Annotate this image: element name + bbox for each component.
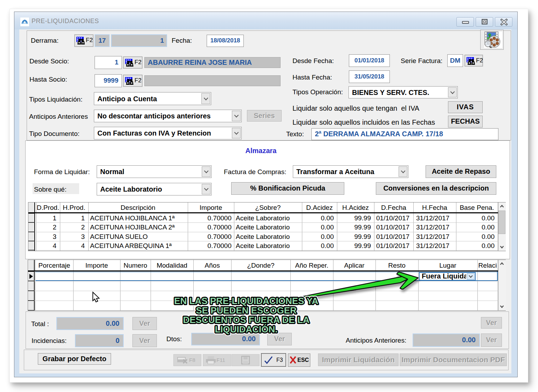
svg-text:LIQUIDACIÓN.: LIQUIDACIÓN. bbox=[215, 324, 277, 335]
svg-text:F11: F11 bbox=[216, 357, 225, 363]
svg-text:DESCUENTOS FUERA DE LA: DESCUENTOS FUERA DE LA bbox=[183, 315, 309, 325]
svg-text:SE PUEDEN ESCOGER: SE PUEDEN ESCOGER bbox=[196, 305, 297, 316]
svg-text:F2: F2 bbox=[134, 59, 142, 66]
svg-text:F8: F8 bbox=[189, 357, 195, 363]
svg-text:F2: F2 bbox=[476, 57, 483, 64]
svg-text:F2: F2 bbox=[134, 77, 142, 84]
svg-text:F2: F2 bbox=[86, 37, 93, 43]
svg-text:EN LAS PRE-LIQUIDACIONES YA: EN LAS PRE-LIQUIDACIONES YA bbox=[174, 296, 318, 306]
